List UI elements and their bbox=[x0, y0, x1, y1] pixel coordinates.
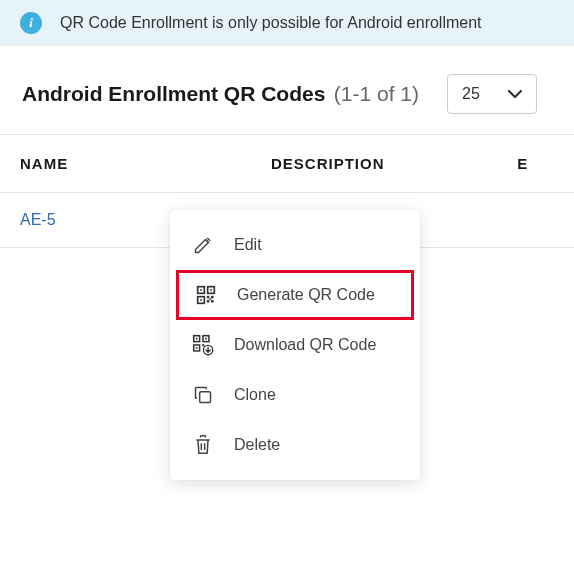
menu-item-delete[interactable]: Delete bbox=[170, 420, 420, 470]
svg-rect-5 bbox=[200, 299, 202, 301]
column-header-extra[interactable]: E bbox=[517, 155, 574, 172]
menu-item-label: Generate QR Code bbox=[237, 286, 375, 304]
clone-icon bbox=[192, 384, 214, 406]
svg-rect-9 bbox=[211, 300, 214, 303]
svg-rect-14 bbox=[205, 338, 207, 340]
svg-rect-12 bbox=[196, 338, 198, 340]
trash-icon bbox=[192, 434, 214, 456]
menu-item-label: Delete bbox=[234, 436, 280, 454]
qr-code-icon bbox=[195, 284, 217, 306]
page-title: Android Enrollment QR Codes (1-1 of 1) bbox=[22, 82, 419, 106]
menu-item-edit[interactable]: Edit bbox=[170, 220, 420, 270]
svg-rect-7 bbox=[211, 296, 214, 299]
svg-rect-1 bbox=[200, 289, 202, 291]
menu-item-download-qr[interactable]: Download QR Code bbox=[170, 320, 420, 370]
svg-rect-10 bbox=[209, 298, 211, 300]
menu-item-clone[interactable]: Clone bbox=[170, 370, 420, 420]
column-header-description[interactable]: DESCRIPTION bbox=[271, 155, 517, 172]
table-header: NAME DESCRIPTION E bbox=[0, 134, 574, 193]
svg-rect-17 bbox=[202, 344, 204, 346]
page-size-value: 25 bbox=[462, 85, 480, 103]
context-menu: Edit Generate QR Code bbox=[170, 210, 420, 480]
page-size-select[interactable]: 25 bbox=[447, 74, 537, 114]
svg-rect-16 bbox=[196, 347, 198, 349]
svg-rect-6 bbox=[207, 296, 210, 299]
svg-rect-8 bbox=[207, 300, 210, 303]
menu-item-label: Download QR Code bbox=[234, 336, 376, 354]
chevron-down-icon bbox=[508, 90, 522, 99]
edit-icon bbox=[192, 234, 214, 256]
menu-item-generate-highlight: Generate QR Code bbox=[176, 270, 414, 320]
svg-rect-3 bbox=[210, 289, 212, 291]
page-title-row: Android Enrollment QR Codes (1-1 of 1) 2… bbox=[0, 46, 574, 134]
menu-item-label: Edit bbox=[234, 236, 262, 254]
info-banner-text: QR Code Enrollment is only possible for … bbox=[60, 14, 482, 32]
qr-download-icon bbox=[192, 334, 214, 356]
page-title-count: (1-1 of 1) bbox=[334, 82, 419, 105]
page-title-text: Android Enrollment QR Codes bbox=[22, 82, 325, 105]
menu-item-generate-qr[interactable]: Generate QR Code bbox=[179, 273, 411, 317]
info-icon: i bbox=[20, 12, 42, 34]
menu-item-label: Clone bbox=[234, 386, 276, 404]
svg-rect-19 bbox=[200, 392, 211, 403]
info-banner: i QR Code Enrollment is only possible fo… bbox=[0, 0, 574, 46]
column-header-name[interactable]: NAME bbox=[20, 155, 271, 172]
